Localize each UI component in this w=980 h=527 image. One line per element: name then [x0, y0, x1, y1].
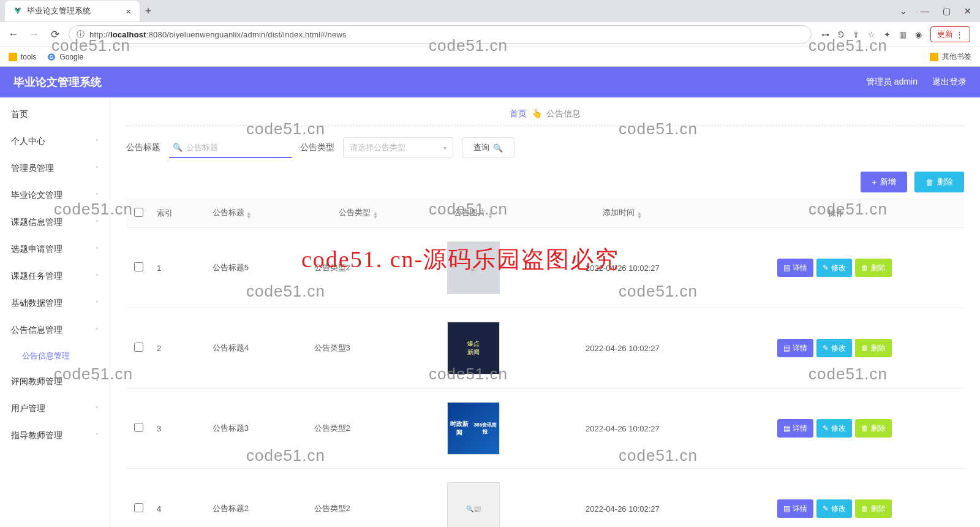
logout-link[interactable]: 退出登录 [932, 77, 967, 88]
detail-button[interactable]: ▤ 详情 [777, 499, 813, 518]
new-tab-button[interactable]: + [140, 5, 157, 18]
filter-title-input[interactable] [169, 137, 292, 158]
bookmark-google[interactable]: GGoogle [47, 53, 83, 61]
sidebar-item[interactable]: 指导教师管理˅ [0, 422, 110, 449]
col-image[interactable]: 公告图片▲▼ [409, 199, 537, 228]
chevron-down-icon: ˅ [96, 379, 99, 385]
row-checkbox[interactable] [134, 423, 143, 432]
search-button[interactable]: 查询 🔍 [462, 137, 514, 158]
row-delete-button[interactable]: 🗑 删除 [855, 339, 892, 357]
sidebar-item[interactable]: 毕业论文管理˅ [0, 182, 110, 209]
doc-icon: ▤ [783, 344, 790, 352]
sidebar-item[interactable]: 课题信息管理˅ [0, 209, 110, 236]
cell-index: 3 [151, 389, 206, 469]
chevron-down-icon: ˅ [96, 300, 99, 307]
chevron-down-icon: ˅ [96, 165, 99, 172]
folder-icon [9, 53, 17, 61]
close-window-icon[interactable]: ✕ [964, 6, 971, 16]
col-type[interactable]: 公告类型▲▼ [308, 199, 410, 228]
breadcrumb-home[interactable]: 首页 [510, 108, 527, 118]
cell-time: 2022-04-26 10:02:27 [538, 389, 708, 469]
maximize-icon[interactable]: ▢ [943, 6, 951, 16]
trash-icon: 🗑 [861, 344, 869, 352]
chevron-down-icon[interactable]: ⌄ [900, 6, 907, 16]
sidebar-item[interactable]: 课题任务管理˅ [0, 263, 110, 290]
current-user[interactable]: 管理员 admin [866, 77, 918, 88]
sidebar-item-label: 公告信息管理 [11, 325, 62, 336]
hand-icon: 👆 [532, 108, 542, 118]
edit-button[interactable]: ✎ 修改 [816, 339, 852, 357]
forward-button[interactable]: → [27, 28, 42, 40]
col-index[interactable]: 索引 [151, 199, 206, 228]
sidebar-item-label: 毕业论文管理 [11, 190, 62, 201]
sidebar-item[interactable]: 评阅教师管理˅ [0, 368, 110, 395]
main-content: 首页 👆 公告信息 公告标题 🔍 公告类型 请选择公告类型 ▾ 查询 🔍 + 新… [110, 97, 980, 527]
sidebar: 首页个人中心˅管理员管理˅毕业论文管理˅课题信息管理˅选题申请管理˅课题任务管理… [0, 97, 110, 527]
trash-icon: 🗑 [861, 424, 869, 433]
col-time[interactable]: 添加时间▲▼ [538, 199, 708, 228]
sidebar-item-label: 基础数据管理 [11, 298, 62, 309]
app-title: 毕业论文管理系统 [13, 75, 102, 89]
window-controls: ⌄ — ▢ ✕ [900, 6, 980, 16]
star-icon[interactable]: ☆ [868, 30, 875, 39]
filter-title-label: 公告标题 [126, 142, 160, 153]
row-checkbox[interactable] [134, 262, 143, 271]
cell-time: 2022-04-26 10:02:27 [538, 308, 708, 389]
doc-icon: ▤ [783, 424, 790, 433]
sort-icon: ▲▼ [488, 211, 493, 219]
sort-icon: ▲▼ [372, 211, 378, 219]
bookmark-other[interactable]: 其他书签 [930, 51, 971, 62]
table-row: 3公告标题3公告类型2时政新闻365资讯简报2022-04-26 10:02:2… [126, 389, 964, 469]
bookmark-tools[interactable]: tools [9, 53, 36, 61]
edit-button[interactable]: ✎ 修改 [816, 499, 852, 518]
select-all-checkbox[interactable] [134, 208, 143, 217]
row-delete-button[interactable]: 🗑 删除 [855, 419, 892, 438]
sidebar-item[interactable]: 公告信息管理˄ [0, 317, 110, 344]
sidebar-item[interactable]: 选题申请管理˅ [0, 236, 110, 263]
share-icon[interactable]: ⇪ [853, 30, 859, 39]
detail-button[interactable]: ▤ 详情 [777, 259, 813, 277]
sidebar-item-label: 课题任务管理 [11, 271, 62, 282]
detail-button[interactable]: ▤ 详情 [777, 339, 813, 357]
edit-button[interactable]: ✎ 修改 [816, 419, 852, 438]
reload-button[interactable]: ⟳ [48, 28, 62, 41]
row-checkbox[interactable] [134, 503, 143, 512]
translate-icon[interactable]: ⅁ [838, 30, 844, 39]
detail-button[interactable]: ▤ 详情 [777, 419, 813, 438]
row-delete-button[interactable]: 🗑 删除 [855, 499, 892, 518]
side-panel-icon[interactable]: ▥ [899, 30, 907, 39]
cell-title: 公告标题2 [206, 469, 308, 528]
filter-type-select[interactable]: 请选择公告类型 ▾ [343, 137, 453, 158]
doc-icon: ▤ [783, 504, 790, 513]
sidebar-item-label: 评阅教师管理 [11, 376, 62, 387]
add-button[interactable]: + 新增 [861, 172, 907, 192]
row-delete-button[interactable]: 🗑 删除 [855, 259, 892, 277]
search-icon: 🔍 [493, 143, 503, 153]
sidebar-item[interactable]: 个人中心˅ [0, 128, 110, 155]
minimize-icon[interactable]: — [921, 6, 929, 16]
breadcrumb: 首页 👆 公告信息 [126, 106, 964, 126]
cell-index: 2 [151, 308, 206, 389]
delete-button[interactable]: 🗑 删除 [914, 172, 964, 192]
sidebar-item[interactable]: 首页 [0, 101, 110, 128]
edit-button[interactable]: ✎ 修改 [816, 259, 852, 277]
sidebar-item[interactable]: 基础数据管理˅ [0, 290, 110, 317]
sidebar-item[interactable]: 管理员管理˅ [0, 155, 110, 182]
profile-icon[interactable]: ◉ [915, 30, 922, 39]
google-icon: G [47, 53, 56, 61]
address-bar[interactable]: ⓘ http://localhost:8080/biyeluenwenguanl… [69, 25, 812, 44]
close-tab-icon[interactable]: × [126, 6, 131, 17]
col-title[interactable]: 公告标题▲▼ [206, 199, 308, 228]
sidebar-subitem[interactable]: 公告信息管理 [0, 344, 110, 368]
sidebar-item[interactable]: 用户管理˅ [0, 395, 110, 422]
update-button[interactable]: 更新 ⋮ [930, 26, 970, 42]
browser-tab[interactable]: 毕业论文管理系统 × [5, 1, 140, 21]
cell-title: 公告标题3 [206, 389, 308, 469]
row-checkbox[interactable] [134, 343, 143, 352]
toolbar-icons: ⊶ ⅁ ⇪ ☆ ✦ ▥ ◉ 更新 ⋮ [818, 26, 974, 42]
site-info-icon[interactable]: ⓘ [77, 29, 85, 40]
edit-icon: ✎ [823, 344, 829, 352]
extensions-icon[interactable]: ✦ [884, 30, 891, 39]
key-icon[interactable]: ⊶ [821, 30, 829, 39]
back-button[interactable]: ← [6, 28, 21, 40]
